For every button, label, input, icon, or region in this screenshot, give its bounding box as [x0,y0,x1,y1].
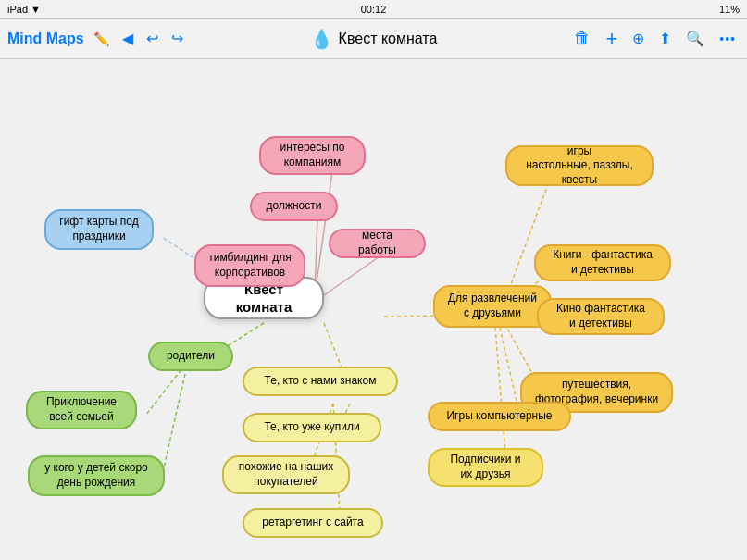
toolbar-left: Mind Maps ✏️ ◀ ↩ ↪ [7,26,187,51]
node-similar[interactable]: похожие на нашихпокупателей [222,455,350,494]
node-computer-games[interactable]: Игры компьютерные [428,402,571,431]
app-title[interactable]: Mind Maps [7,31,84,47]
add-child-button[interactable]: ⊕ [629,26,648,51]
node-cinema[interactable]: Кино фантастикаи детективы [537,298,665,335]
node-subscribers[interactable]: Подписчики иих друзья [428,448,543,487]
node-already-bought[interactable]: Те, кто уже купили [243,413,381,442]
node-retargeting[interactable]: ретаргетинг с сайта [243,508,383,538]
redo-button[interactable]: ↪ [168,26,187,51]
node-books[interactable]: Книги - фантастикаи детективы [534,244,671,281]
node-gift-cards[interactable]: гифт карты подпраздники [44,209,154,250]
node-workplaces[interactable]: места работы [329,229,426,258]
node-birthday[interactable]: у кого у детей скородень рождения [28,455,165,496]
more-button[interactable]: ••• [716,28,740,50]
status-battery: 11% [719,4,740,15]
node-positions[interactable]: должности [250,192,338,221]
node-games[interactable]: игрынастольные, паззлы, квесты [505,145,654,186]
node-interests[interactable]: интересы покомпаниям [259,136,366,175]
edit-button[interactable]: ✏️ [90,28,113,50]
node-parents[interactable]: родители [148,342,233,371]
search-button[interactable]: 🔍 [682,26,708,51]
svg-line-1 [315,166,333,295]
node-known[interactable]: Те, кто с нами знаком [243,367,398,396]
mindmap-canvas: Квест комната тимбилдинг длякорпоративов… [0,59,747,560]
undo-button[interactable]: ↩ [143,26,162,51]
share-button[interactable]: ⬆ [655,26,675,51]
node-family-adventure[interactable]: Приключениевсей семьей [26,391,137,429]
map-title: Квест комната [339,31,438,47]
node-entertainment[interactable]: Для развлеченийс друзьями [433,285,552,328]
toolbar: Mind Maps ✏️ ◀ ↩ ↪ 💧 Квест комната 🗑 + ⊕… [0,19,747,59]
toolbar-right: 🗑 + ⊕ ⬆ 🔍 ••• [570,23,740,55]
toolbar-center: 💧 Квест комната [310,28,438,50]
status-left: iPad ▼ [7,4,41,15]
svg-line-3 [324,255,382,295]
status-bar: iPad ▼ 00:12 11% [0,0,747,19]
delete-button[interactable]: 🗑 [570,25,594,52]
add-button[interactable]: + [602,23,621,55]
back-button[interactable]: ◀ [118,26,137,51]
node-teambuilding[interactable]: тимбилдинг длякорпоративов [194,244,305,287]
map-icon: 💧 [310,28,333,50]
svg-line-6 [504,177,551,302]
svg-line-14 [162,374,185,476]
device-label: iPad ▼ [7,4,41,15]
status-time: 00:12 [361,4,387,15]
svg-line-13 [145,365,185,416]
